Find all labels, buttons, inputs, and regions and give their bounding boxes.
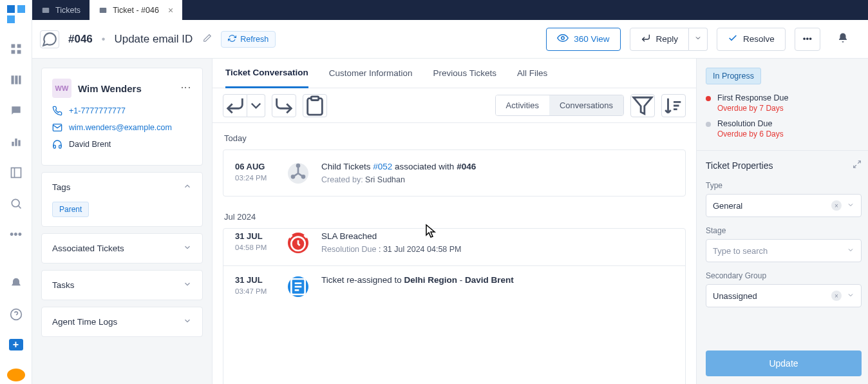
reply-icon	[641, 33, 651, 45]
tab-tickets[interactable]: Tickets	[32, 0, 90, 20]
seg-activities[interactable]: Activities	[496, 95, 549, 115]
filter-button[interactable]	[630, 94, 655, 117]
sla-label: First Response Due	[717, 93, 788, 102]
360-view-button[interactable]: 360 View	[546, 28, 620, 51]
entry-date: 06 AUG	[235, 162, 275, 171]
svg-line-15	[858, 161, 860, 164]
timeline-entry: 31 JUL 04:58 PM SLA Breached Resolution …	[223, 229, 685, 265]
svg-rect-25	[15, 75, 17, 84]
update-button[interactable]: Update	[706, 350, 862, 376]
resolve-button[interactable]: Resolve	[717, 28, 786, 51]
child-ticket-link[interactable]: #052	[373, 162, 392, 171]
entry-text: -	[457, 275, 465, 285]
conversation-toolbar: Activities Conversations	[212, 88, 696, 123]
more-icon[interactable]: •••	[10, 228, 23, 241]
forward-button[interactable]	[272, 94, 296, 117]
chevron-down-icon	[183, 243, 192, 254]
edit-icon[interactable]	[203, 34, 212, 44]
contact-phone[interactable]: +1-7777777777	[69, 106, 126, 115]
phone-icon	[52, 106, 62, 116]
chevron-down-icon	[183, 316, 192, 327]
view-segment: Activities Conversations	[495, 95, 624, 116]
tab-all-files[interactable]: All Files	[517, 59, 547, 88]
chevron-down-icon	[183, 280, 192, 291]
analytics-icon[interactable]	[10, 135, 23, 148]
chat-icon[interactable]	[10, 104, 23, 117]
tab-conversation[interactable]: Ticket Conversation	[225, 59, 308, 88]
svg-rect-26	[19, 75, 21, 84]
app-logo[interactable]	[6, 4, 26, 24]
check-icon	[728, 33, 738, 45]
add-button[interactable]: +	[9, 339, 23, 350]
svg-rect-1	[100, 7, 107, 12]
tags-header[interactable]: Tags	[42, 173, 202, 202]
field-label: Type	[706, 181, 862, 190]
svg-rect-28	[15, 139, 17, 146]
help-icon[interactable]	[10, 308, 23, 321]
contact-email[interactable]: wim.wenders@example.com	[69, 123, 172, 132]
entry-date: 31 JUL	[235, 231, 275, 241]
headset-icon	[52, 139, 62, 149]
svg-point-32	[12, 199, 19, 207]
svg-point-7	[292, 175, 294, 178]
reply-dropdown[interactable]	[689, 28, 708, 51]
user-avatar[interactable]	[7, 369, 25, 381]
status-badge[interactable]: In Progress	[706, 68, 761, 84]
sla-due-label: Resolution Due	[321, 245, 379, 254]
svg-rect-20	[11, 44, 15, 48]
sla-value: Overdue by 6 Days	[717, 130, 784, 139]
type-select[interactable]: General ×	[706, 194, 862, 217]
properties-title: Ticket Properties	[706, 160, 773, 171]
reply-tool-button[interactable]	[223, 94, 247, 117]
tab-ticket-detail[interactable]: Ticket - #046 ×	[90, 0, 182, 20]
svg-rect-17	[7, 5, 15, 13]
secondary-group-select[interactable]: Unassigned ×	[706, 284, 862, 307]
contact-menu-button[interactable]: ⋮	[180, 82, 192, 94]
svg-point-6	[297, 164, 299, 167]
tasks-section: Tasks	[41, 270, 203, 300]
stage-select[interactable]: Type to search	[706, 239, 862, 262]
360-view-label: 360 View	[574, 34, 609, 44]
clipboard-button[interactable]	[303, 94, 327, 117]
tasks-header[interactable]: Tasks	[42, 271, 202, 300]
tab-previous-tickets[interactable]: Previous Tickets	[433, 59, 496, 88]
columns-icon[interactable]	[10, 73, 23, 86]
refresh-button[interactable]: Refresh	[221, 31, 276, 48]
avatar: WW	[52, 79, 71, 98]
entry-text: Child Tickets	[321, 162, 373, 171]
reply-button[interactable]: Reply	[630, 28, 690, 51]
seg-conversations[interactable]: Conversations	[549, 95, 623, 115]
ticket-header: #046 • Update email ID Refresh 360 View …	[0, 20, 868, 59]
left-rail: ••• +	[0, 0, 32, 384]
dashboard-icon[interactable]	[10, 43, 23, 55]
center-tabs: Ticket Conversation Customer Information…	[212, 59, 696, 88]
entry-time: 03:47 PM	[235, 287, 275, 295]
expand-icon[interactable]	[853, 160, 862, 171]
clear-icon[interactable]: ×	[831, 200, 842, 211]
associated-tickets-section: Associated Tickets	[41, 233, 203, 264]
timeline-entry: 06 AUG 03:24 PM Child Tickets #052 assoc…	[223, 149, 686, 197]
chevron-up-icon	[183, 182, 192, 193]
associated-tickets-header[interactable]: Associated Tickets	[42, 234, 202, 263]
sla-dot-icon	[706, 122, 711, 127]
refresh-label: Refresh	[240, 35, 269, 44]
more-actions-button[interactable]: •••	[795, 28, 820, 51]
entry-date: 31 JUL	[235, 275, 275, 285]
contact-agent: David Brent	[69, 140, 111, 149]
view-icon	[557, 32, 569, 46]
refresh-icon	[228, 34, 236, 44]
reply-tool-dropdown[interactable]	[247, 94, 265, 117]
svg-rect-27	[12, 142, 14, 146]
tab-customer-info[interactable]: Customer Information	[329, 59, 413, 88]
clear-icon[interactable]: ×	[831, 291, 842, 301]
tag-parent[interactable]: Parent	[52, 202, 89, 217]
close-icon[interactable]: ×	[168, 5, 173, 15]
bell-icon[interactable]	[10, 277, 23, 290]
search-icon[interactable]	[10, 197, 23, 210]
notifications-button[interactable]	[829, 28, 856, 51]
sort-button[interactable]	[661, 94, 686, 117]
timelogs-header[interactable]: Agent Time Logs	[42, 307, 202, 336]
layout-icon[interactable]	[10, 166, 23, 179]
svg-rect-23	[17, 50, 21, 54]
field-label: Secondary Group	[706, 271, 862, 280]
